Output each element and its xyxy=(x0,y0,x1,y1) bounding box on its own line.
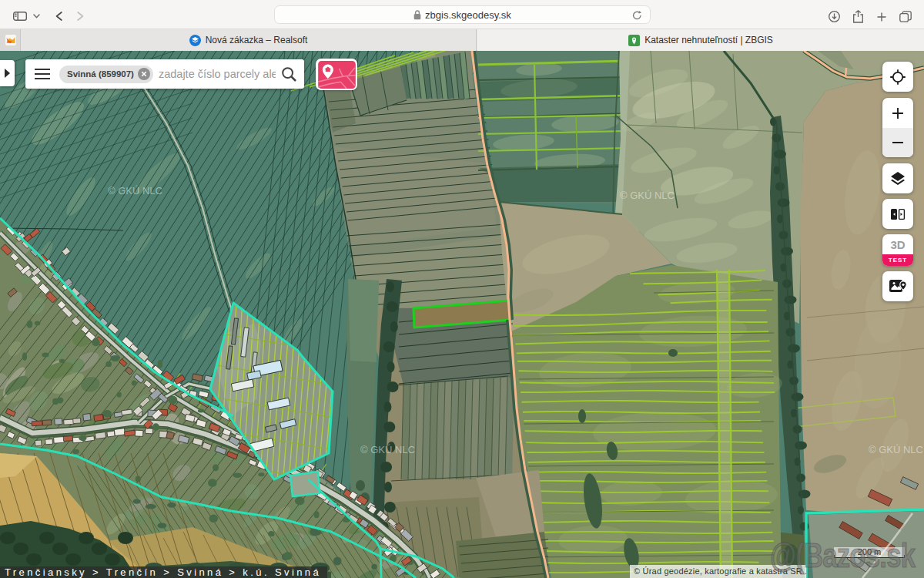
svg-text:© GKÚ NLC: © GKÚ NLC xyxy=(620,190,675,201)
svg-text:© GKÚ NLC: © GKÚ NLC xyxy=(360,444,415,455)
svg-text:© GKÚ NLC: © GKÚ NLC xyxy=(869,444,923,455)
svg-text:© GKÚ NLC: © GKÚ NLC xyxy=(108,185,162,197)
